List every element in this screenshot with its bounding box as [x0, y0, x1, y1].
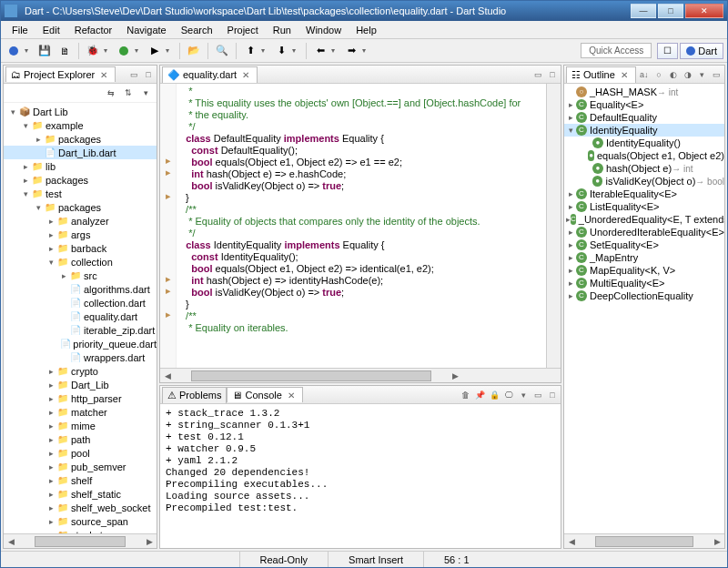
- tree-item[interactable]: ▸matcher: [4, 405, 157, 419]
- tree-item[interactable]: ▸shelf: [4, 473, 157, 487]
- outline-item[interactable]: ▸C_MapEntry: [564, 251, 724, 264]
- view-menu-button[interactable]: ▾: [138, 86, 153, 100]
- outline-toggle-icon[interactable]: ▸: [566, 253, 576, 262]
- tree-item[interactable]: ▸pool: [4, 446, 157, 460]
- gutter-fold-icon[interactable]: ▸: [160, 190, 176, 202]
- run-last-dropdown[interactable]: ▾: [166, 46, 175, 55]
- tree-toggle-icon[interactable]: ▸: [20, 176, 31, 185]
- tree-toggle-icon[interactable]: ▾: [7, 107, 18, 117]
- outline-tree[interactable]: ○_HASH_MASK → int▸CEquality<E>▸CDefaultE…: [564, 84, 724, 533]
- outline-tab[interactable]: ☷ Outline ✕: [566, 66, 636, 83]
- tree-item[interactable]: ▸shelf_static: [4, 487, 157, 501]
- run-last-button[interactable]: ▶: [146, 42, 164, 60]
- forward-dropdown[interactable]: ▾: [362, 46, 371, 55]
- menu-help[interactable]: Help: [349, 23, 384, 37]
- tree-item[interactable]: ▾example: [4, 118, 157, 132]
- tree-item[interactable]: ▸shelf_web_socket: [4, 501, 157, 514]
- tree-item[interactable]: algorithms.dart: [4, 282, 157, 296]
- outline-item[interactable]: ●isValidKey(Object o) → bool: [564, 175, 724, 188]
- tree-item[interactable]: ▾Dart Lib: [4, 105, 157, 118]
- outline-toggle-icon[interactable]: ▸: [566, 113, 576, 122]
- outline-tab-close-icon[interactable]: ✕: [618, 70, 631, 80]
- tree-toggle-icon[interactable]: ▸: [46, 380, 56, 390]
- console-scroll-lock-button[interactable]: 🔒: [488, 389, 500, 401]
- close-button[interactable]: ✕: [685, 4, 723, 18]
- gutter-fold-icon[interactable]: ▸: [160, 155, 176, 167]
- gutter-fold-icon[interactable]: ▸: [160, 309, 176, 320]
- outline-item[interactable]: ▸CListEquality<E>: [564, 200, 724, 213]
- prev-annotation-button[interactable]: ⬆: [241, 42, 259, 60]
- run-button[interactable]: [115, 42, 133, 60]
- maximize-button[interactable]: □: [658, 4, 683, 18]
- tree-toggle-icon[interactable]: ▾: [46, 258, 56, 267]
- tree-toggle-icon[interactable]: ▸: [46, 462, 56, 472]
- run-dropdown[interactable]: ▾: [135, 46, 144, 55]
- menu-edit[interactable]: Edit: [35, 23, 67, 37]
- next-annotation-button[interactable]: ⬇: [272, 42, 290, 60]
- outline-toggle-icon[interactable]: ▸: [566, 291, 576, 300]
- prev-annotation-dropdown[interactable]: ▾: [261, 46, 270, 55]
- console-clear-button[interactable]: 🗑: [459, 389, 471, 401]
- console-tab[interactable]: 🖥 Console ✕: [227, 387, 302, 402]
- tree-toggle-icon[interactable]: ▸: [46, 367, 56, 376]
- tree-item[interactable]: equality.dart: [4, 309, 157, 323]
- tree-toggle-icon[interactable]: ▸: [46, 217, 56, 226]
- debug-button[interactable]: 🐞: [84, 42, 102, 60]
- editor-scrollbar-h[interactable]: ◀▶: [160, 368, 561, 382]
- search-button[interactable]: 🔍: [213, 42, 231, 60]
- outline-sort-button[interactable]: a↓: [638, 68, 651, 81]
- tree-item[interactable]: ▸Dart_Lib: [4, 378, 157, 391]
- outline-toggle-icon[interactable]: ▸: [566, 202, 576, 211]
- tree-item[interactable]: ▸analyzer: [4, 214, 157, 228]
- tree-item[interactable]: ▸crypto: [4, 364, 157, 378]
- back-dropdown[interactable]: ▾: [331, 46, 340, 55]
- outline-menu-button[interactable]: ▾: [696, 68, 709, 81]
- minimize-view-button[interactable]: ▭: [127, 68, 140, 81]
- console-open-button[interactable]: ▾: [517, 389, 530, 401]
- outline-item[interactable]: ▸CMultiEquality<E>: [564, 277, 724, 289]
- save-all-button[interactable]: 🗎: [56, 42, 74, 60]
- tree-item[interactable]: Dart_Lib.dart: [4, 146, 157, 159]
- open-type-button[interactable]: 📂: [185, 42, 203, 60]
- console-minimize-button[interactable]: ▭: [531, 389, 544, 401]
- tree-item[interactable]: ▸args: [4, 228, 157, 241]
- tree-toggle-icon[interactable]: ▸: [46, 435, 56, 444]
- console-display-button[interactable]: 🖵: [502, 389, 515, 401]
- outline-minimize-button[interactable]: ▭: [711, 68, 723, 81]
- tree-toggle-icon[interactable]: ▸: [46, 449, 56, 458]
- outline-item[interactable]: ▸C_UnorderedEquality<E, T extends>: [564, 213, 724, 226]
- minimize-button[interactable]: —: [631, 4, 656, 18]
- tree-item[interactable]: ▾packages: [4, 200, 157, 214]
- maximize-view-button[interactable]: □: [142, 68, 155, 81]
- quick-access-input[interactable]: Quick Access: [581, 43, 652, 58]
- next-annotation-dropdown[interactable]: ▾: [292, 46, 301, 55]
- gutter-fold-icon[interactable]: ▸: [160, 167, 176, 178]
- editor-maximize-button[interactable]: □: [546, 68, 559, 81]
- problems-tab[interactable]: ⚠ Problems: [162, 387, 227, 403]
- editor-scrollbar-v[interactable]: [546, 84, 561, 368]
- tree-toggle-icon[interactable]: ▸: [20, 162, 31, 171]
- tree-item[interactable]: priority_queue.dart: [4, 337, 157, 350]
- project-explorer-tab[interactable]: 🗂 Project Explorer ✕: [5, 66, 116, 82]
- tree-item[interactable]: ▸pub_semver: [4, 460, 157, 473]
- tree-toggle-icon[interactable]: ▸: [46, 490, 56, 499]
- tree-toggle-icon[interactable]: ▸: [46, 230, 56, 239]
- gutter-fold-icon[interactable]: ▸: [160, 273, 176, 285]
- dart-perspective-button[interactable]: Dart: [680, 43, 723, 59]
- tree-item[interactable]: ▾collection: [4, 255, 157, 269]
- code-editor[interactable]: ▸▸▸▸▸▸ * * This equality uses the object…: [160, 84, 561, 368]
- outline-toggle-icon[interactable]: ▸: [566, 279, 576, 288]
- explorer-scrollbar-h[interactable]: ◀▶: [4, 533, 157, 548]
- outline-item[interactable]: ▸CDefaultEquality: [564, 111, 724, 124]
- menu-project[interactable]: Project: [220, 23, 266, 37]
- link-editor-button[interactable]: ⇅: [121, 86, 136, 100]
- back-button[interactable]: ⬅: [311, 42, 329, 60]
- open-perspective-button[interactable]: ☐: [657, 43, 678, 59]
- tree-toggle-icon[interactable]: ▸: [46, 244, 56, 253]
- editor-tab-close-icon[interactable]: ✕: [239, 70, 252, 80]
- menu-window[interactable]: Window: [298, 23, 349, 37]
- menu-run[interactable]: Run: [266, 23, 298, 37]
- new-button[interactable]: [5, 42, 23, 60]
- outline-hide-static-button[interactable]: ◐: [667, 68, 680, 81]
- tree-toggle-icon[interactable]: ▸: [46, 394, 56, 403]
